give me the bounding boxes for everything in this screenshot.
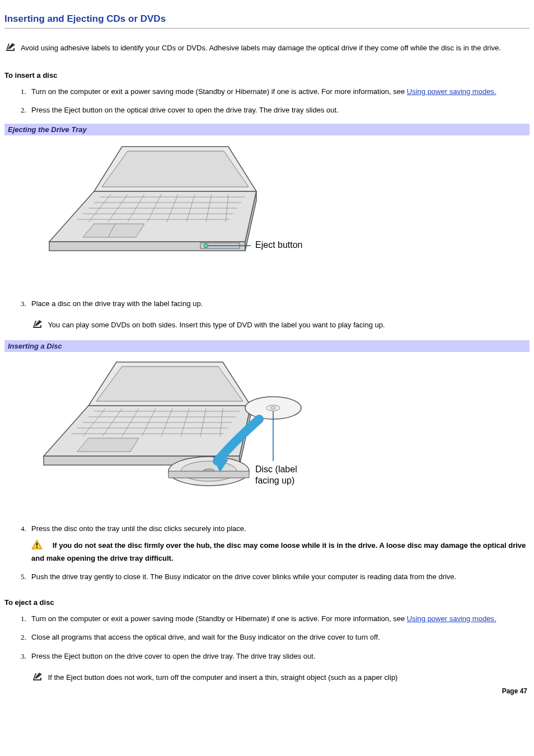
note-icon xyxy=(31,319,44,332)
eject-subhead: To eject a disc xyxy=(4,598,530,607)
page-number: Page 47 xyxy=(502,687,527,695)
eject-step-3-note-text: If the Eject button does not work, turn … xyxy=(48,673,398,682)
svg-marker-2 xyxy=(49,191,256,242)
insert-step-4-warning: If you do not seat the disc firmly over … xyxy=(31,539,530,564)
insert-subhead: To insert a disc xyxy=(4,71,530,79)
link-power-saving-modes-2[interactable]: Using power saving modes. xyxy=(407,614,496,623)
warning-icon xyxy=(31,539,43,553)
figure-2-label-b: facing up) xyxy=(255,476,294,485)
figure-2-label-a: Disc (label xyxy=(255,464,297,474)
note-icon xyxy=(31,672,44,685)
svg-marker-24 xyxy=(96,367,243,401)
svg-point-21 xyxy=(204,243,208,247)
link-power-saving-modes[interactable]: Using power saving modes. xyxy=(407,87,496,96)
page-title: Inserting and Ejecting CDs or DVDs xyxy=(4,13,530,29)
eject-step-1: Turn on the computer or exit a power sav… xyxy=(28,613,530,624)
eject-step-3: Press the Eject button on the drive cove… xyxy=(28,651,530,685)
insert-step-4: Press the disc onto the tray until the d… xyxy=(28,523,530,564)
svg-point-47 xyxy=(270,407,276,409)
insert-step-5: Push the drive tray gently to close it. … xyxy=(28,571,530,583)
figure-2-caption: Inserting a Disc xyxy=(4,340,530,352)
svg-marker-25 xyxy=(44,406,251,456)
insert-step-3: Place a disc on the drive tray with the … xyxy=(28,298,530,332)
eject-step-3-note: If the Eject button does not work, turn … xyxy=(31,672,530,685)
intro-note: Avoid using adhesive labels to identify … xyxy=(4,42,530,55)
eject-step-3-text: Press the Eject button on the drive cove… xyxy=(31,652,316,660)
svg-rect-52 xyxy=(36,547,38,548)
svg-marker-1 xyxy=(102,151,249,187)
svg-marker-39 xyxy=(77,438,139,452)
figure-1-label: Eject button xyxy=(255,240,303,250)
insert-step-1-text: Turn on the computer or exit a power sav… xyxy=(31,87,407,96)
svg-marker-16 xyxy=(83,224,144,237)
insert-step-2: Press the Eject button on the optical dr… xyxy=(28,105,530,116)
intro-note-text: Avoid using adhesive labels to identify … xyxy=(21,44,501,52)
insert-step-3-note-text: You can play some DVDs on both sides. In… xyxy=(48,321,385,329)
eject-step-1-text: Turn on the computer or exit a power sav… xyxy=(31,614,407,623)
insert-step-4-text: Press the disc onto the tray until the d… xyxy=(31,524,246,533)
eject-step-2: Close all programs that access the optic… xyxy=(28,632,530,643)
note-icon xyxy=(4,42,17,55)
figure-eject-tray: Eject button xyxy=(32,141,530,283)
insert-step-3-note: You can play some DVDs on both sides. In… xyxy=(31,319,530,332)
figure-insert-disc: Disc (label facing up) xyxy=(32,358,530,508)
insert-step-4-warning-text: If you do not seat the disc firmly over … xyxy=(31,541,526,562)
figure-1-caption: Ejecting the Drive Tray xyxy=(4,124,530,135)
insert-step-3-text: Place a disc on the drive tray with the … xyxy=(31,299,203,308)
svg-rect-51 xyxy=(36,543,38,546)
insert-step-1: Turn on the computer or exit a power sav… xyxy=(28,86,530,97)
